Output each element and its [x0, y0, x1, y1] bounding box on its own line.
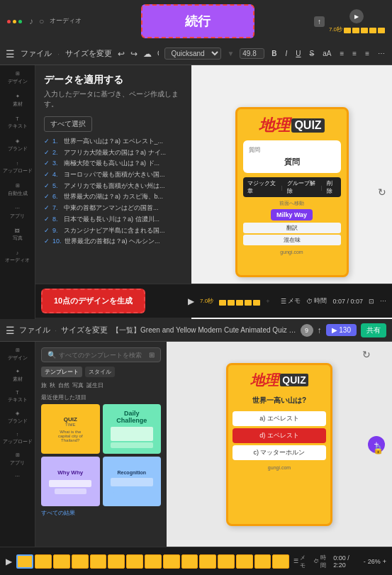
- sidebar-elements[interactable]: ✦ 素材: [13, 94, 23, 108]
- align-left-icon[interactable]: ≡: [338, 49, 345, 58]
- cat-birthday[interactable]: 誕生日: [86, 381, 103, 389]
- file-menu3[interactable]: ファイル: [19, 325, 50, 335]
- sidebar3-more[interactable]: ⋯: [15, 474, 20, 479]
- play-button-top[interactable]: ▶: [349, 9, 364, 23]
- memo-btn3[interactable]: ☰ メモ: [293, 554, 309, 569]
- film-item-3[interactable]: [53, 554, 70, 569]
- case-btn[interactable]: aA: [321, 49, 332, 58]
- timing-btn2[interactable]: ⏱ 時間: [306, 296, 327, 306]
- continue-button[interactable]: 続行: [141, 4, 254, 38]
- sidebar3-design[interactable]: ⊞ デザイン: [8, 347, 28, 362]
- tab-templates[interactable]: テンプレート: [41, 367, 82, 377]
- size-change-btn[interactable]: サイズを変更: [65, 48, 112, 59]
- refresh-icon[interactable]: ↻: [378, 186, 386, 198]
- template-thumb-3[interactable]: Why Why: [41, 457, 100, 506]
- maximize-dot[interactable]: [18, 20, 22, 23]
- film-item-11[interactable]: [199, 554, 216, 569]
- template-thumb-4[interactable]: Recognition: [103, 457, 162, 506]
- film-item-1[interactable]: [16, 554, 33, 569]
- sidebar3-text[interactable]: T テキスト: [8, 390, 28, 403]
- list-item[interactable]: ✓ 2. アフリカ大陸最大の国は？a) ナイ...: [44, 149, 183, 157]
- sidebar-upload[interactable]: ↑ アップロード: [3, 161, 33, 174]
- list-item[interactable]: ✓ 9. スカンジナビア半島に含まれる国...: [44, 227, 183, 235]
- template-thumb-2[interactable]: Daily Challenge: [103, 404, 162, 454]
- film-item-5[interactable]: [90, 554, 107, 569]
- share-icon[interactable]: ↑: [318, 325, 322, 335]
- tab-styles[interactable]: スタイル: [85, 367, 115, 377]
- magic-text-btn[interactable]: マジック文章: [247, 179, 277, 195]
- play-btn2[interactable]: ▶: [188, 296, 194, 306]
- list-item[interactable]: ✓ 3. 南極大陸で最も高い山は？a) ド...: [44, 160, 183, 168]
- film-item-6[interactable]: [108, 554, 125, 569]
- delete-btn[interactable]: 削除: [327, 179, 337, 195]
- italic-btn[interactable]: I: [284, 49, 289, 58]
- file-menu[interactable]: ファイル: [21, 48, 52, 59]
- film-item-7[interactable]: [126, 554, 143, 569]
- cat-nature[interactable]: 自然: [58, 381, 69, 389]
- film-item-9[interactable]: [163, 554, 180, 569]
- list-item[interactable]: ✓ 1. 世界一高い山は？a) エベレスト_...: [44, 138, 183, 146]
- refresh-icon3[interactable]: ↻: [362, 349, 371, 360]
- sidebar3-apps[interactable]: ⊞ アプリ: [10, 452, 25, 467]
- align-center-icon[interactable]: ≡: [351, 49, 358, 58]
- film-item-13[interactable]: [236, 554, 253, 569]
- film-item-4[interactable]: [72, 554, 89, 569]
- list-item[interactable]: ✓ 8. 日本で最も長い川は？a) 信濃川...: [44, 216, 183, 224]
- share-button[interactable]: 共有: [361, 323, 386, 337]
- film-item-15[interactable]: [272, 554, 289, 569]
- font-selector[interactable]: Quicksand: [164, 48, 221, 60]
- play-btn3[interactable]: ▶: [6, 557, 12, 566]
- sidebar-apps[interactable]: ⊞ 自動生成: [8, 183, 28, 197]
- timing-btn3[interactable]: ⏱ 時間: [313, 554, 329, 569]
- list-item[interactable]: ✓ 7. 中東の首都アンマンはどの国首...: [44, 204, 183, 213]
- sidebar-more-apps[interactable]: ⋯ アプリ: [10, 206, 25, 220]
- cat-photo[interactable]: 写真: [72, 381, 84, 389]
- sidebar-text[interactable]: T テキスト: [8, 116, 28, 130]
- group-edit-btn[interactable]: グループ解除: [287, 179, 317, 195]
- sidebar-audio[interactable]: ♪ オーディオ: [5, 250, 30, 264]
- list-item[interactable]: ✓ 10. 世界最北の首都は？a) ヘルシン...: [44, 238, 183, 246]
- film-item-2[interactable]: [35, 554, 52, 569]
- list-item[interactable]: ✓ 4. ヨーロッパで最も面積が大きい国...: [44, 171, 183, 179]
- underline-btn[interactable]: U: [294, 49, 302, 58]
- film-item-10[interactable]: [181, 554, 198, 569]
- quiz-card2[interactable]: 地理 QUIZ 質問 質問 マジック文章 | グループ解除 | 削除 前面へ移動…: [235, 107, 349, 277]
- film-item-12[interactable]: [218, 554, 235, 569]
- sidebar-brand[interactable]: ◈ ブランド: [8, 138, 28, 152]
- sidebar-photos[interactable]: 🖼 写真: [13, 228, 23, 242]
- select-all-button[interactable]: すべて選択: [44, 116, 92, 132]
- zoom-control[interactable]: - 26% +: [364, 558, 386, 565]
- cat-autumn[interactable]: 秋: [50, 381, 55, 389]
- zoom-out-icon[interactable]: -: [364, 558, 366, 565]
- filter-icon[interactable]: ⊞: [149, 351, 155, 359]
- undo-btn[interactable]: ↩: [118, 49, 125, 59]
- all-results-link[interactable]: すべての結果: [41, 509, 161, 517]
- film-item-14[interactable]: [254, 554, 271, 569]
- close-dot[interactable]: [7, 20, 11, 23]
- more-icon2[interactable]: ⋯: [380, 298, 386, 305]
- sidebar3-elements[interactable]: ✦ 素材: [13, 369, 23, 383]
- quiz-card3[interactable]: 地理 QUIZ 世界一高い山は? a) エベレスト d) エベレスト c) マッ…: [226, 363, 332, 526]
- hamburger-icon3[interactable]: ☰: [6, 325, 15, 336]
- bold-btn[interactable]: B: [270, 49, 278, 58]
- hamburger-icon[interactable]: ☰: [6, 48, 15, 60]
- sidebar3-brand[interactable]: ◈ ブランド: [8, 411, 28, 425]
- upload-icon[interactable]: ↑: [314, 16, 325, 27]
- cat-travel[interactable]: 旅: [41, 381, 47, 389]
- strikethrough-btn[interactable]: S: [308, 49, 316, 58]
- search-input[interactable]: [59, 352, 146, 359]
- film-item-8[interactable]: [145, 554, 162, 569]
- generate-button[interactable]: 10点のデザインを生成: [41, 289, 145, 313]
- align-right-icon[interactable]: ≡: [364, 49, 371, 58]
- present-button[interactable]: ▶ 130: [326, 324, 357, 336]
- plus-icon[interactable]: +: [266, 298, 269, 305]
- sidebar3-upload[interactable]: ↑ アップロード: [3, 432, 33, 445]
- redo-btn[interactable]: ↪: [130, 49, 138, 59]
- memo-btn2[interactable]: ☰ メモ: [281, 296, 301, 306]
- minimize-dot[interactable]: [13, 20, 16, 23]
- zoom-in-icon[interactable]: +: [383, 558, 386, 565]
- more-options-icon[interactable]: ⋯: [376, 49, 386, 58]
- sidebar-design[interactable]: ⊞ デザイン: [8, 71, 28, 85]
- font-size-input[interactable]: [240, 48, 264, 59]
- size-change3[interactable]: サイズを変更: [61, 325, 108, 335]
